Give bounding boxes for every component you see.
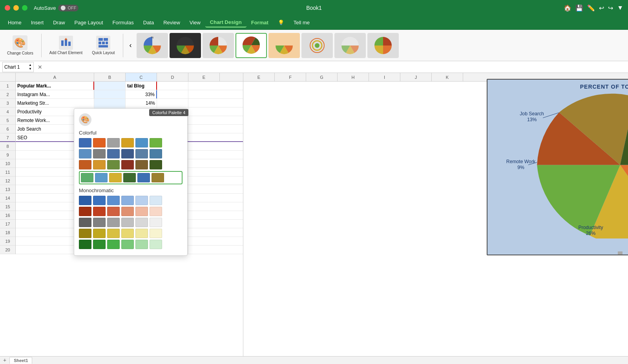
chart-style-1[interactable]: % (137, 33, 168, 58)
swatch[interactable] (121, 196, 134, 205)
chart-style-6[interactable] (301, 33, 333, 58)
chart-style-2[interactable] (170, 33, 201, 58)
swatch[interactable] (121, 240, 134, 249)
chart-style-7[interactable] (334, 33, 366, 58)
undo-icon[interactable]: ↩ (599, 4, 604, 12)
save-icon[interactable]: 💾 (575, 4, 583, 12)
cell-d3[interactable] (157, 99, 188, 107)
swatch[interactable] (79, 207, 91, 216)
chart-style-3[interactable] (203, 33, 234, 58)
menu-home[interactable]: Home (3, 18, 26, 27)
swatch[interactable] (150, 196, 162, 205)
swatch[interactable] (135, 207, 148, 216)
swatch[interactable] (93, 218, 106, 227)
menu-view[interactable]: View (185, 18, 205, 27)
chart-styles-prev[interactable]: ‹ (128, 41, 133, 49)
swatch[interactable] (95, 173, 108, 182)
swatch[interactable] (107, 160, 120, 169)
menu-data[interactable]: Data (139, 18, 159, 27)
swatch[interactable] (150, 138, 162, 147)
swatch[interactable] (79, 240, 91, 249)
swatch[interactable] (150, 160, 162, 169)
swatch[interactable] (121, 149, 134, 158)
swatch[interactable] (93, 207, 106, 216)
swatch[interactable] (109, 173, 122, 182)
cell-b1[interactable] (94, 82, 126, 90)
quick-layout-button[interactable]: Quick Layout (89, 34, 118, 56)
cell-c3[interactable]: 14% (126, 99, 157, 107)
edit-icon[interactable]: ✏️ (587, 4, 595, 12)
swatch[interactable] (93, 138, 106, 147)
swatch[interactable] (93, 149, 106, 158)
swatch[interactable] (135, 240, 148, 249)
swatch[interactable] (135, 218, 148, 227)
swatch[interactable] (107, 229, 120, 238)
swatch[interactable] (150, 218, 162, 227)
cell-reference-box[interactable]: Chart 1 ▲ ▼ (2, 62, 34, 72)
cell-d2[interactable] (157, 90, 188, 98)
swatch[interactable] (107, 240, 120, 249)
swatch[interactable] (107, 207, 120, 216)
menu-formulas[interactable]: Formulas (108, 18, 139, 27)
swatch[interactable] (135, 149, 148, 158)
add-chart-element-button[interactable]: Add Chart Element (46, 34, 86, 56)
swatch[interactable] (121, 207, 134, 216)
swatch[interactable] (135, 196, 148, 205)
swatch[interactable] (135, 138, 148, 147)
swatch[interactable] (150, 207, 162, 216)
swatch[interactable] (123, 173, 136, 182)
swatch[interactable] (135, 229, 148, 238)
swatch[interactable] (93, 160, 106, 169)
chart-resize-handle-bottom[interactable] (618, 251, 623, 255)
swatch[interactable] (107, 196, 120, 205)
add-sheet-button[interactable]: + (3, 357, 6, 364)
swatch[interactable] (93, 229, 106, 238)
swatch[interactable] (137, 173, 150, 182)
swatch[interactable] (107, 138, 120, 147)
swatch[interactable] (121, 218, 134, 227)
swatch[interactable] (150, 149, 162, 158)
swatch[interactable] (150, 229, 162, 238)
menu-page-layout[interactable]: Page Layout (70, 18, 108, 27)
chart-style-5[interactable] (268, 33, 300, 58)
swatch[interactable] (107, 149, 120, 158)
menu-insert[interactable]: Insert (26, 18, 49, 27)
cell-a2[interactable]: Instagram Ma... (16, 90, 94, 98)
more-icon[interactable]: ▼ (617, 4, 623, 11)
swatch[interactable] (81, 173, 93, 182)
change-colors-button[interactable]: 🎨 Change Colors (4, 34, 37, 57)
autosave-toggle[interactable]: ⚪ OFF (58, 5, 78, 11)
menu-draw[interactable]: Draw (48, 18, 69, 27)
chart-style-8[interactable] (367, 33, 399, 58)
maximize-button[interactable] (22, 5, 27, 11)
cell-ref-arrows[interactable]: ▲ ▼ (29, 63, 32, 71)
redo-icon[interactable]: ↪ (608, 4, 613, 12)
chart-container[interactable]: PERCENT OF TOTAL BLOG Instagram Marketin… (487, 79, 628, 255)
cell-c1[interactable]: tal Blog (126, 82, 157, 90)
swatch[interactable] (121, 229, 134, 238)
swatch[interactable] (79, 138, 91, 147)
sheet-tab-1[interactable]: Sheet1 (9, 357, 32, 364)
swatch[interactable] (79, 149, 91, 158)
swatch[interactable] (135, 160, 148, 169)
cell-a3[interactable]: Marketing Str... (16, 99, 94, 107)
swatch[interactable] (79, 218, 91, 227)
swatch[interactable] (150, 240, 162, 249)
menu-review[interactable]: Review (159, 18, 185, 27)
swatch[interactable] (79, 229, 91, 238)
cell-c2[interactable]: 33% (126, 90, 157, 98)
swatch[interactable] (79, 160, 91, 169)
close-button[interactable] (5, 5, 10, 11)
swatch[interactable] (152, 173, 164, 182)
minimize-button[interactable] (13, 5, 19, 11)
cell-d1[interactable] (157, 82, 188, 90)
formula-input[interactable] (46, 64, 626, 71)
cell-a1[interactable]: Popular Mark... (16, 82, 94, 90)
menu-tell-me[interactable]: Tell me (289, 18, 314, 27)
menu-format[interactable]: Format (246, 18, 273, 27)
chart-style-4[interactable] (236, 33, 267, 58)
cell-b2[interactable] (94, 90, 126, 98)
menu-chart-design[interactable]: Chart Design (205, 18, 246, 27)
cell-b3[interactable] (94, 99, 126, 107)
swatch[interactable] (93, 196, 106, 205)
